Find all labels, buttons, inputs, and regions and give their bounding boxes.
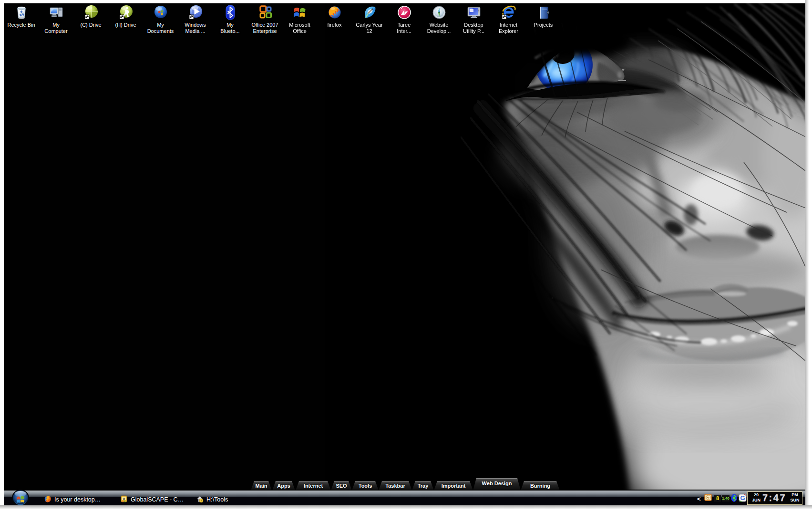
svg-text:G: G <box>740 494 745 502</box>
